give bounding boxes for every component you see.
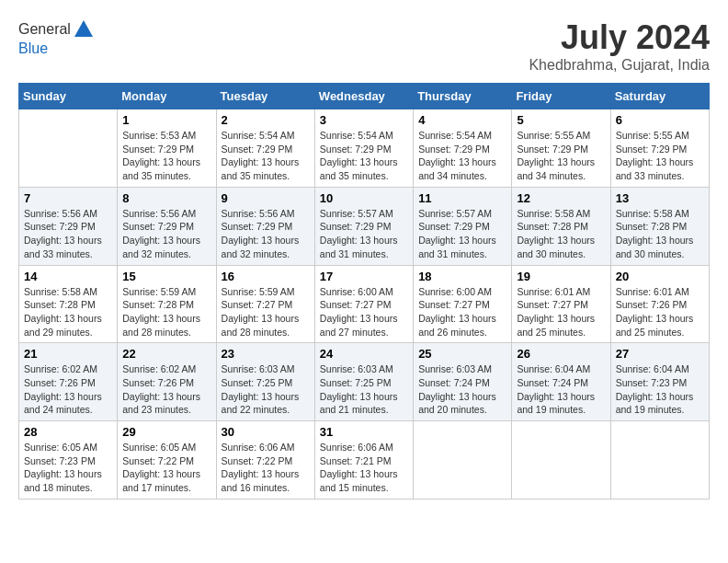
calendar-cell bbox=[414, 421, 512, 500]
page-header: General Blue July 2024 Khedbrahma, Gujar… bbox=[18, 18, 710, 74]
calendar-week-row: 7Sunrise: 5:56 AM Sunset: 7:29 PM Daylig… bbox=[19, 187, 710, 265]
logo-blue-text: Blue bbox=[18, 40, 95, 57]
weekday-header: Saturday bbox=[610, 84, 709, 109]
day-number: 3 bbox=[320, 113, 408, 127]
logo-general-text: General bbox=[18, 21, 71, 38]
calendar-table: SundayMondayTuesdayWednesdayThursdayFrid… bbox=[18, 83, 710, 500]
day-info: Sunrise: 5:56 AM Sunset: 7:29 PM Dayligh… bbox=[24, 207, 112, 261]
logo-icon bbox=[73, 18, 95, 40]
calendar-week-row: 21Sunrise: 6:02 AM Sunset: 7:26 PM Dayli… bbox=[19, 343, 710, 421]
day-number: 28 bbox=[24, 425, 112, 439]
day-number: 2 bbox=[222, 113, 310, 127]
calendar-cell: 18Sunrise: 6:00 AM Sunset: 7:27 PM Dayli… bbox=[414, 265, 512, 343]
calendar-cell: 10Sunrise: 5:57 AM Sunset: 7:29 PM Dayli… bbox=[314, 187, 413, 265]
calendar-header-row: SundayMondayTuesdayWednesdayThursdayFrid… bbox=[19, 84, 710, 109]
day-info: Sunrise: 5:58 AM Sunset: 7:28 PM Dayligh… bbox=[24, 285, 112, 339]
calendar-cell: 4Sunrise: 5:54 AM Sunset: 7:29 PM Daylig… bbox=[414, 109, 512, 188]
calendar-cell bbox=[610, 421, 709, 500]
day-number: 29 bbox=[122, 425, 210, 439]
day-info: Sunrise: 5:55 AM Sunset: 7:29 PM Dayligh… bbox=[616, 129, 704, 183]
calendar-cell: 13Sunrise: 5:58 AM Sunset: 7:28 PM Dayli… bbox=[610, 187, 709, 265]
calendar-cell: 24Sunrise: 6:03 AM Sunset: 7:25 PM Dayli… bbox=[314, 343, 413, 421]
day-info: Sunrise: 6:03 AM Sunset: 7:24 PM Dayligh… bbox=[418, 362, 506, 417]
calendar-cell: 8Sunrise: 5:56 AM Sunset: 7:29 PM Daylig… bbox=[118, 187, 216, 265]
calendar-cell: 25Sunrise: 6:03 AM Sunset: 7:24 PM Dayli… bbox=[414, 343, 512, 421]
calendar-cell: 30Sunrise: 6:06 AM Sunset: 7:22 PM Dayli… bbox=[216, 421, 314, 500]
day-info: Sunrise: 5:59 AM Sunset: 7:28 PM Dayligh… bbox=[122, 285, 210, 339]
calendar-cell: 21Sunrise: 6:02 AM Sunset: 7:26 PM Dayli… bbox=[19, 343, 118, 421]
day-info: Sunrise: 6:00 AM Sunset: 7:27 PM Dayligh… bbox=[320, 285, 408, 339]
day-number: 1 bbox=[122, 113, 210, 127]
day-number: 19 bbox=[517, 270, 605, 283]
weekday-header: Tuesday bbox=[216, 84, 314, 109]
calendar-cell: 22Sunrise: 6:02 AM Sunset: 7:26 PM Dayli… bbox=[118, 343, 216, 421]
day-number: 16 bbox=[222, 270, 310, 283]
calendar-cell: 27Sunrise: 6:04 AM Sunset: 7:23 PM Dayli… bbox=[610, 343, 709, 421]
calendar-cell: 9Sunrise: 5:56 AM Sunset: 7:29 PM Daylig… bbox=[216, 187, 314, 265]
calendar-week-row: 14Sunrise: 5:58 AM Sunset: 7:28 PM Dayli… bbox=[19, 265, 710, 343]
day-info: Sunrise: 6:04 AM Sunset: 7:23 PM Dayligh… bbox=[616, 362, 704, 417]
day-number: 13 bbox=[616, 191, 704, 205]
calendar-cell: 3Sunrise: 5:54 AM Sunset: 7:29 PM Daylig… bbox=[314, 109, 413, 188]
day-number: 10 bbox=[320, 191, 408, 205]
location-subtitle: Khedbrahma, Gujarat, India bbox=[529, 57, 710, 74]
day-info: Sunrise: 6:05 AM Sunset: 7:23 PM Dayligh… bbox=[24, 441, 112, 495]
weekday-header: Sunday bbox=[19, 84, 118, 109]
calendar-cell: 26Sunrise: 6:04 AM Sunset: 7:24 PM Dayli… bbox=[512, 343, 610, 421]
calendar-cell: 14Sunrise: 5:58 AM Sunset: 7:28 PM Dayli… bbox=[19, 265, 118, 343]
day-number: 15 bbox=[122, 270, 210, 283]
weekday-header: Monday bbox=[118, 84, 216, 109]
calendar-cell: 7Sunrise: 5:56 AM Sunset: 7:29 PM Daylig… bbox=[19, 187, 118, 265]
day-info: Sunrise: 6:04 AM Sunset: 7:24 PM Dayligh… bbox=[517, 362, 605, 417]
day-number: 18 bbox=[418, 270, 506, 283]
day-info: Sunrise: 5:58 AM Sunset: 7:28 PM Dayligh… bbox=[616, 207, 704, 261]
day-info: Sunrise: 6:06 AM Sunset: 7:22 PM Dayligh… bbox=[222, 441, 310, 495]
day-number: 20 bbox=[616, 270, 704, 283]
day-number: 22 bbox=[122, 347, 210, 361]
calendar-cell: 11Sunrise: 5:57 AM Sunset: 7:29 PM Dayli… bbox=[414, 187, 512, 265]
day-number: 12 bbox=[517, 191, 605, 205]
day-number: 17 bbox=[320, 270, 408, 283]
day-number: 21 bbox=[24, 347, 112, 361]
day-info: Sunrise: 6:03 AM Sunset: 7:25 PM Dayligh… bbox=[222, 362, 310, 417]
day-number: 27 bbox=[616, 347, 704, 361]
calendar-week-row: 28Sunrise: 6:05 AM Sunset: 7:23 PM Dayli… bbox=[19, 421, 710, 500]
day-number: 23 bbox=[222, 347, 310, 361]
day-info: Sunrise: 5:59 AM Sunset: 7:27 PM Dayligh… bbox=[222, 285, 310, 339]
calendar-cell: 1Sunrise: 5:53 AM Sunset: 7:29 PM Daylig… bbox=[118, 109, 216, 188]
title-block: July 2024 Khedbrahma, Gujarat, India bbox=[529, 18, 710, 74]
day-info: Sunrise: 5:54 AM Sunset: 7:29 PM Dayligh… bbox=[418, 129, 506, 183]
day-number: 24 bbox=[320, 347, 408, 361]
logo: General Blue bbox=[18, 18, 95, 57]
day-info: Sunrise: 6:02 AM Sunset: 7:26 PM Dayligh… bbox=[122, 362, 210, 417]
day-info: Sunrise: 5:58 AM Sunset: 7:28 PM Dayligh… bbox=[517, 207, 605, 261]
day-info: Sunrise: 5:55 AM Sunset: 7:29 PM Dayligh… bbox=[517, 129, 605, 183]
day-info: Sunrise: 5:57 AM Sunset: 7:29 PM Dayligh… bbox=[320, 207, 408, 261]
day-number: 31 bbox=[320, 425, 408, 439]
calendar-cell: 29Sunrise: 6:05 AM Sunset: 7:22 PM Dayli… bbox=[118, 421, 216, 500]
calendar-cell bbox=[19, 109, 118, 188]
day-number: 6 bbox=[616, 113, 704, 127]
day-info: Sunrise: 5:57 AM Sunset: 7:29 PM Dayligh… bbox=[418, 207, 506, 261]
day-info: Sunrise: 6:00 AM Sunset: 7:27 PM Dayligh… bbox=[418, 285, 506, 339]
day-number: 4 bbox=[418, 113, 506, 127]
calendar-cell: 16Sunrise: 5:59 AM Sunset: 7:27 PM Dayli… bbox=[216, 265, 314, 343]
day-info: Sunrise: 5:54 AM Sunset: 7:29 PM Dayligh… bbox=[222, 129, 310, 183]
month-year-title: July 2024 bbox=[529, 18, 710, 57]
weekday-header: Thursday bbox=[414, 84, 512, 109]
calendar-week-row: 1Sunrise: 5:53 AM Sunset: 7:29 PM Daylig… bbox=[19, 109, 710, 188]
calendar-cell: 20Sunrise: 6:01 AM Sunset: 7:26 PM Dayli… bbox=[610, 265, 709, 343]
day-info: Sunrise: 6:01 AM Sunset: 7:26 PM Dayligh… bbox=[616, 285, 704, 339]
day-number: 7 bbox=[24, 191, 112, 205]
day-info: Sunrise: 5:56 AM Sunset: 7:29 PM Dayligh… bbox=[222, 207, 310, 261]
day-number: 8 bbox=[122, 191, 210, 205]
day-number: 26 bbox=[517, 347, 605, 361]
calendar-cell: 15Sunrise: 5:59 AM Sunset: 7:28 PM Dayli… bbox=[118, 265, 216, 343]
day-info: Sunrise: 6:06 AM Sunset: 7:21 PM Dayligh… bbox=[320, 441, 408, 495]
day-number: 14 bbox=[24, 270, 112, 283]
calendar-cell: 17Sunrise: 6:00 AM Sunset: 7:27 PM Dayli… bbox=[314, 265, 413, 343]
calendar-cell: 19Sunrise: 6:01 AM Sunset: 7:27 PM Dayli… bbox=[512, 265, 610, 343]
day-info: Sunrise: 6:05 AM Sunset: 7:22 PM Dayligh… bbox=[122, 441, 210, 495]
calendar-cell: 12Sunrise: 5:58 AM Sunset: 7:28 PM Dayli… bbox=[512, 187, 610, 265]
calendar-cell: 23Sunrise: 6:03 AM Sunset: 7:25 PM Dayli… bbox=[216, 343, 314, 421]
